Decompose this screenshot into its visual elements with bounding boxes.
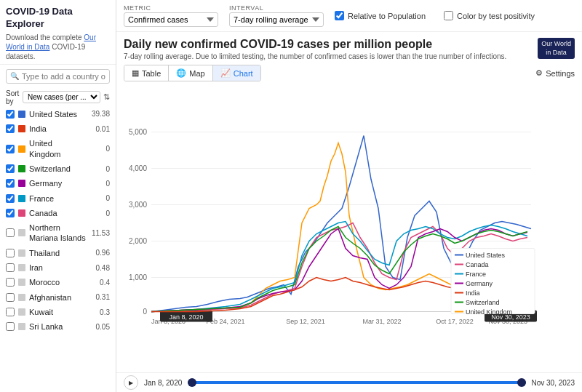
- sort-label: Sort by: [6, 89, 20, 105]
- country-item-switzerland[interactable]: Switzerland 0: [0, 161, 116, 176]
- y-label-4000: 4,000: [129, 164, 147, 172]
- timeline-handle-left[interactable]: [188, 378, 196, 387]
- tab-chart[interactable]: 📈 Chart: [213, 65, 260, 81]
- country-item-iran[interactable]: Iran 0.48: [0, 260, 116, 275]
- country-name-united-kingdom: United Kingdom: [29, 138, 86, 159]
- country-name-kuwait: Kuwait: [29, 307, 86, 317]
- country-item-northern-mariana-islands[interactable]: Northern Mariana Islands 11.53: [0, 220, 116, 246]
- country-name-india: India: [29, 124, 86, 134]
- legend-us-line: [455, 255, 463, 256]
- country-name-afghanistan: Afghanistan: [29, 292, 86, 303]
- tab-map[interactable]: 🌐 Map: [169, 65, 212, 81]
- country-item-germany[interactable]: Germany 0: [0, 176, 116, 191]
- chart-svg-wrapper: 5,000 4,000 3,000 2,000 1,000 0 Jan 8, 2…: [124, 84, 575, 369]
- legend-uk-line: [455, 311, 463, 313]
- tab-table-label: Table: [142, 69, 161, 78]
- sidebar: COVID-19 Data Explorer Download the comp…: [0, 0, 116, 392]
- tab-chart-label: Chart: [234, 69, 253, 78]
- country-name-sri-lanka: Sri Lanka: [29, 321, 86, 332]
- metric-label: METRIC: [124, 4, 218, 12]
- timeline-track[interactable]: [188, 381, 525, 384]
- legend-fr-label: France: [466, 271, 486, 278]
- settings-label: Settings: [546, 69, 575, 78]
- country-checkbox-northern-mariana-islands[interactable]: [6, 228, 15, 237]
- country-color-sri-lanka: [18, 323, 25, 330]
- interval-select[interactable]: 7-day rolling average: [229, 12, 324, 27]
- legend-ch-label: Switzerland: [466, 299, 500, 306]
- country-item-canada[interactable]: Canada 0: [0, 206, 116, 220]
- timeline-start-label: Jan 8, 2020: [144, 379, 182, 387]
- country-item-thailand[interactable]: Thailand 0.96: [0, 246, 116, 260]
- country-item-united-kingdom[interactable]: United Kingdom 0: [0, 136, 116, 161]
- country-checkbox-germany[interactable]: [6, 179, 15, 188]
- country-checkbox-kuwait[interactable]: [6, 308, 15, 316]
- y-label-2000: 2,000: [129, 237, 147, 245]
- sort-direction-icon[interactable]: ⇅: [103, 92, 110, 102]
- table-icon: ▦: [132, 68, 139, 78]
- country-value-united-states: 39.38: [89, 110, 110, 118]
- country-item-france[interactable]: France 0: [0, 191, 116, 206]
- color-test-checkbox[interactable]: [444, 11, 453, 20]
- country-color-france: [18, 195, 25, 202]
- y-label-3000: 3,000: [129, 201, 147, 209]
- sort-select[interactable]: New cases (per ...: [23, 91, 100, 103]
- country-checkbox-thailand[interactable]: [6, 249, 15, 257]
- y-label-5000: 5,000: [129, 128, 147, 136]
- gear-icon: ⚙: [535, 68, 543, 78]
- chart-icon: 📈: [220, 68, 231, 78]
- country-color-iran: [18, 264, 25, 271]
- play-button[interactable]: ▶: [124, 375, 138, 390]
- legend-uk-label: United Kingdom: [466, 308, 512, 316]
- owid-link[interactable]: Our World in Data: [6, 33, 96, 51]
- chart-header-row: Daily new confirmed COVID-19 cases per m…: [124, 38, 575, 65]
- metric-select[interactable]: Confirmed cases: [124, 12, 218, 27]
- sort-row: Sort by New cases (per ... ⇅: [0, 88, 116, 107]
- legend-in-label: India: [466, 289, 480, 297]
- country-value-morocco: 0.4: [89, 279, 110, 287]
- map-icon: 🌐: [176, 68, 186, 78]
- country-name-morocco: Morocco: [29, 277, 86, 287]
- legend-in-line: [455, 292, 463, 294]
- country-checkbox-united-kingdom[interactable]: [6, 145, 15, 153]
- y-label-0: 0: [143, 308, 147, 316]
- legend-de-label: Germany: [466, 280, 493, 287]
- country-checkbox-iran[interactable]: [6, 263, 15, 272]
- country-checkbox-united-states[interactable]: [6, 110, 15, 119]
- country-color-afghanistan: [18, 294, 25, 301]
- relative-population-group: Relative to Population: [335, 11, 426, 20]
- country-list: United States 39.38 India 0.01 United Ki…: [0, 107, 116, 392]
- x-label-sep2021: Sep 12, 2021: [286, 318, 325, 325]
- country-checkbox-canada[interactable]: [6, 209, 15, 217]
- x-label-oct2022: Oct 17, 2022: [436, 318, 474, 325]
- country-checkbox-france[interactable]: [6, 194, 15, 203]
- country-item-kuwait[interactable]: Kuwait 0.3: [0, 305, 116, 319]
- country-item-united-states[interactable]: United States 39.38: [0, 107, 116, 121]
- legend-fr-line: [455, 273, 463, 275]
- country-item-sri-lanka[interactable]: Sri Lanka 0.05: [0, 319, 116, 334]
- settings-button[interactable]: ⚙ Settings: [535, 68, 575, 78]
- country-checkbox-morocco[interactable]: [6, 278, 15, 287]
- country-value-northern-mariana-islands: 11.53: [89, 229, 110, 237]
- chart-area: Daily new confirmed COVID-19 cases per m…: [116, 32, 582, 372]
- country-value-iran: 0.48: [89, 264, 110, 272]
- country-checkbox-afghanistan[interactable]: [6, 293, 15, 302]
- country-checkbox-india[interactable]: [6, 124, 15, 133]
- country-color-united-states: [18, 111, 25, 118]
- country-checkbox-switzerland[interactable]: [6, 164, 15, 173]
- search-input[interactable]: [22, 72, 105, 81]
- country-name-thailand: Thailand: [29, 248, 86, 258]
- country-value-thailand: 0.96: [89, 249, 110, 257]
- country-item-afghanistan[interactable]: Afghanistan 0.31: [0, 290, 116, 305]
- country-value-france: 0: [89, 194, 110, 202]
- relative-population-checkbox[interactable]: [335, 11, 344, 20]
- legend-ch-line: [455, 302, 463, 303]
- country-name-united-states: United States: [29, 109, 86, 119]
- country-checkbox-sri-lanka[interactable]: [6, 322, 15, 331]
- country-search-box[interactable]: 🔍: [6, 69, 110, 84]
- country-item-india[interactable]: India 0.01: [0, 121, 116, 136]
- tab-table[interactable]: ▦ Table: [124, 65, 169, 81]
- timeline-end-label: Nov 30, 2023: [532, 379, 575, 387]
- timeline-handle-right[interactable]: [517, 378, 526, 387]
- country-value-canada: 0: [89, 209, 110, 217]
- country-item-morocco[interactable]: Morocco 0.4: [0, 275, 116, 289]
